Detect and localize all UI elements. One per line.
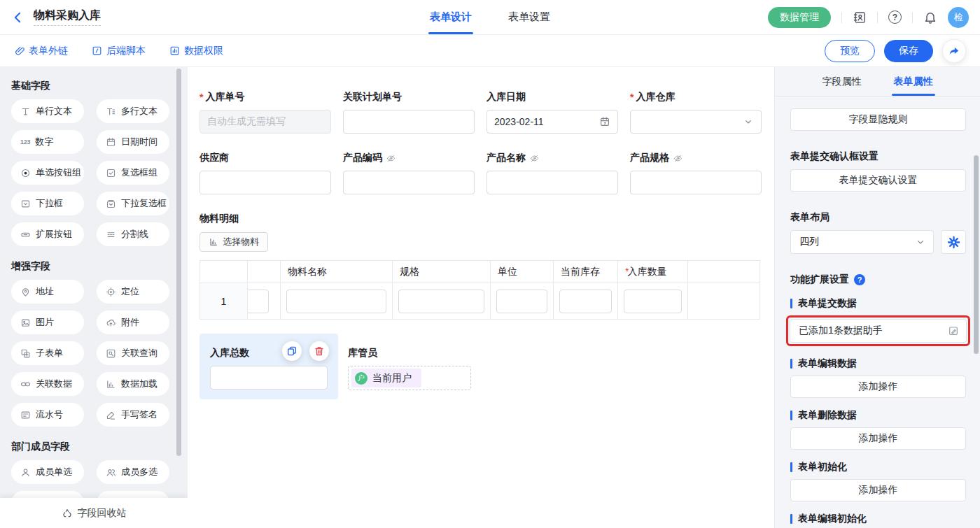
topbar-tabs: 表单设计表单设置 [430, 0, 550, 34]
text-input[interactable] [200, 171, 331, 194]
layout-select-value: 四列 [799, 236, 819, 248]
subform-icon [20, 348, 31, 359]
avatar[interactable]: 检 [948, 7, 969, 28]
field-chip-扩展按钮[interactable]: 扩展按钮 [11, 222, 84, 246]
selected-field-total[interactable]: 入库总数 [200, 334, 338, 399]
field-chip-成员多选[interactable]: 成员多选 [97, 460, 169, 484]
field-chip-图片[interactable]: 图片 [11, 311, 84, 334]
toolbar-link-数据权限[interactable]: 数据权限 [169, 45, 223, 57]
field-chip-地址[interactable]: 地址 [11, 280, 84, 304]
field-label: *入库仓库 [630, 91, 762, 104]
field-chip-关联查询[interactable]: 关联查询 [97, 341, 169, 365]
toolbar-link-后端脚本[interactable]: 后端脚本 [92, 45, 146, 57]
field-recycle-bin[interactable]: 字段回收站 [0, 498, 188, 528]
date-input[interactable]: 2023-02-11 [486, 110, 618, 134]
subform-column-header [688, 261, 760, 283]
current-user-tag[interactable]: 户 当前用户 [351, 369, 421, 387]
topbar: 物料采购入库 表单设计表单设置 数据管理 ? 检 [0, 0, 980, 35]
field-label: 产品规格 [630, 152, 762, 164]
visibility-rules-button[interactable]: 字段显隐规则 [790, 108, 966, 131]
form-field-供应商[interactable]: 供应商 [200, 152, 331, 194]
cell-input[interactable] [496, 290, 547, 313]
manager-field[interactable]: 库管员 户 当前用户 [348, 334, 471, 399]
field-chip-子表单[interactable]: 子表单 [11, 341, 84, 365]
calendar-icon [599, 116, 610, 127]
panel-tab-表单属性[interactable]: 表单属性 [894, 67, 933, 96]
edit-icon[interactable] [948, 325, 959, 336]
cell-input[interactable] [398, 290, 484, 313]
cell-input[interactable] [559, 290, 612, 313]
bell-icon[interactable] [923, 10, 937, 24]
back-button[interactable] [11, 10, 25, 24]
field-chip-多行文本[interactable]: 多行文本 [97, 99, 169, 123]
form-field-入库单号[interactable]: *入库单号自动生成无需填写 [200, 91, 331, 134]
form-field-产品规格[interactable]: 产品规格 [630, 152, 762, 194]
field-sidebar: 基础字段单行文本多行文本123数字日期时间单选按钮组复选框组下拉框下拉复选框扩展… [0, 67, 188, 528]
field-label-text: 入库单号 [205, 91, 244, 104]
extensions-help-icon[interactable]: ? [854, 274, 865, 285]
panel-tab-字段属性[interactable]: 字段属性 [822, 67, 862, 96]
field-chip-复选框组[interactable]: 复选框组 [97, 161, 169, 185]
form-field-关联计划单号[interactable]: 关联计划单号 [343, 91, 475, 134]
text-input[interactable] [486, 171, 618, 194]
layout-gear-icon[interactable] [941, 230, 966, 254]
text-input[interactable] [630, 171, 762, 194]
field-chip-单行文本[interactable]: 单行文本 [11, 99, 84, 123]
add-action-button[interactable]: 添加操作 [790, 479, 966, 501]
tab-表单设置[interactable]: 表单设置 [508, 0, 550, 34]
field-chip-手写签名[interactable]: 手写签名 [97, 403, 169, 427]
field-chip-label: 扩展按钮 [36, 228, 72, 241]
panel-scrollbar[interactable] [974, 155, 979, 354]
total-input[interactable] [210, 366, 328, 390]
field-chip-分割线[interactable]: 分割线 [97, 222, 169, 246]
signature-icon [106, 410, 116, 420]
field-chip-下拉复选框[interactable]: 下拉复选框 [97, 192, 169, 215]
field-chip-label: 图片 [36, 316, 54, 329]
address-book-icon[interactable] [853, 10, 867, 24]
copy-field-icon[interactable] [282, 341, 302, 361]
sidebar-scrollbar[interactable] [176, 69, 181, 456]
tab-表单设计[interactable]: 表单设计 [430, 0, 472, 34]
save-button[interactable]: 保存 [884, 40, 933, 62]
field-chip-附件[interactable]: 附件 [97, 311, 169, 334]
app-root: 物料采购入库 表单设计表单设置 数据管理 ? 检 表单外链后端脚本数据权限 预览… [0, 0, 980, 528]
layout-select[interactable]: 四列 [790, 230, 934, 254]
text-input[interactable] [343, 110, 475, 134]
field-chip-数字[interactable]: 123数字 [11, 130, 84, 154]
form-field-产品名称[interactable]: 产品名称 [486, 152, 618, 194]
form-field-产品编码[interactable]: 产品编码 [343, 152, 475, 194]
cell-input[interactable] [624, 290, 682, 313]
field-chip-成员单选[interactable]: 成员单选 [11, 460, 84, 484]
field-chip-下拉框[interactable]: 下拉框 [11, 192, 84, 215]
form-field-入库仓库[interactable]: *入库仓库 [630, 91, 762, 134]
select-material-button[interactable]: 选择物料 [200, 232, 268, 252]
share-icon[interactable] [942, 39, 966, 63]
field-chip-单选按钮组[interactable]: 单选按钮组 [11, 161, 84, 185]
cell-input[interactable] [286, 290, 386, 313]
field-chip-关联数据[interactable]: 关联数据 [11, 372, 84, 396]
help-icon[interactable]: ? [888, 10, 902, 24]
field-chip-日期时间[interactable]: 日期时间 [97, 130, 169, 154]
add-action-button[interactable]: 添加操作 [790, 376, 966, 398]
toolbar-link-表单外链[interactable]: 表单外链 [14, 45, 68, 57]
configured-action-box[interactable]: 已添加1条数据助手 [790, 319, 967, 343]
cell-input[interactable] [248, 290, 270, 313]
text-input[interactable] [343, 171, 475, 194]
field-chip-数据加载[interactable]: 数据加载 [97, 372, 169, 396]
field-chip-定位[interactable]: 定位 [97, 280, 169, 304]
submit-confirm-title: 表单提交确认框设置 [790, 150, 966, 163]
submit-confirm-button[interactable]: 表单提交确认设置 [790, 169, 966, 192]
select-input[interactable] [630, 110, 762, 134]
add-action-button[interactable]: 添加操作 [790, 427, 966, 450]
subform-table: 物料名称规格单位当前库存*入库数量1 [200, 260, 760, 320]
preview-button[interactable]: 预览 [825, 40, 875, 62]
data-manage-button[interactable]: 数据管理 [768, 7, 831, 28]
extension-section-title: 表单编辑数据 [790, 357, 966, 370]
field-chip-流水号[interactable]: 流水号 [11, 403, 84, 427]
datetime-icon [106, 137, 116, 148]
form-field-入库日期[interactable]: 入库日期2023-02-11 [486, 91, 618, 134]
delete-field-icon[interactable] [309, 341, 329, 361]
page-title[interactable]: 物料采购入库 [34, 8, 101, 26]
manager-value-box[interactable]: 户 当前用户 [348, 366, 471, 390]
lookup-icon [106, 348, 116, 359]
